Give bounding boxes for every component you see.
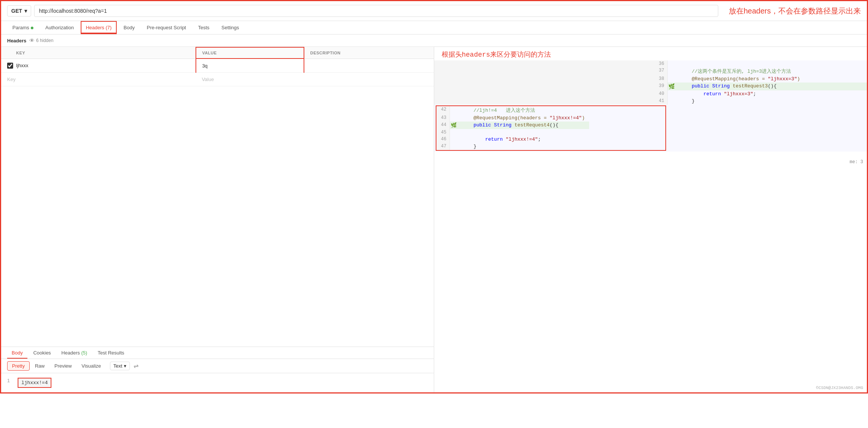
watermark: ©CSDN@JX23HANDS.OMG — [816, 386, 863, 390]
url-annotation: 放在headers，不会在参数路径显示出来 — [729, 6, 861, 16]
gutter-36 — [668, 60, 675, 67]
table-row: ljhxxx 3q — [1, 59, 434, 73]
tab-cookies[interactable]: Cookies — [29, 347, 56, 359]
row-checkbox[interactable] — [7, 63, 13, 69]
gutter-44: 🌿 — [450, 122, 457, 129]
view-row: Pretty Raw Preview Visualize Text ▾ ⇌ — [1, 359, 434, 373]
params-dot — [31, 27, 33, 29]
col-key: KEY — [1, 47, 196, 59]
value-cell[interactable]: 3q — [196, 59, 304, 73]
code-line-37: 37 //这两个条件是互斥的, ljh=3进入这个方法 — [434, 67, 867, 75]
value-placeholder-cell: Value — [196, 73, 304, 86]
method-chevron: ▾ — [24, 8, 27, 14]
code-line-42: 42 //ljh!=4 进入这个方法 — [436, 106, 590, 114]
code-line-47: 47 } — [436, 143, 590, 150]
code-line-39: 39 🌿 public String testRequest3(){ — [434, 83, 867, 90]
btn-visualize[interactable]: Visualize — [77, 362, 105, 370]
gutter-41 — [668, 98, 675, 105]
tab-settings[interactable]: Settings — [216, 21, 244, 34]
spacer — [1, 86, 434, 347]
tab-headers[interactable]: Headers (7) — [81, 21, 117, 34]
tab-authorization[interactable]: Authorization — [40, 21, 79, 34]
headers-label: Headers — [7, 38, 26, 44]
table-row-empty: Key Value — [1, 73, 434, 86]
tab-body[interactable]: Body — [118, 21, 140, 34]
col-description: DESCRIPTION — [304, 47, 434, 59]
gutter-40 — [668, 90, 675, 98]
code-line-36: 36 — [434, 60, 867, 67]
tab-tests[interactable]: Tests — [193, 21, 215, 34]
gutter-37 — [668, 67, 675, 75]
gutter-45 — [450, 129, 457, 136]
line-number-1: 1 — [7, 378, 15, 388]
gutter-42 — [450, 106, 457, 114]
code-editor: 36 37 //这两个条件是互斥的, ljh=3进入这个方法 38 @Reque… — [434, 60, 867, 152]
headers-count: (5) — [81, 350, 87, 356]
gutter-46 — [450, 136, 457, 143]
col-value: VALUE — [196, 47, 304, 59]
eye-icon: 👁 — [29, 38, 35, 44]
code-result: ljhxxx!=4 — [18, 378, 51, 388]
method-label: GET — [11, 8, 22, 14]
btn-pretty[interactable]: Pretty — [7, 361, 30, 371]
url-bar: GET ▾ 放在headers，不会在参数路径显示出来 — [1, 1, 867, 21]
format-chevron: ▾ — [124, 363, 126, 369]
code-lines: 36 37 //这两个条件是互斥的, ljh=3进入这个方法 38 @Reque… — [434, 60, 867, 152]
code-line-38: 38 @RequestMapping(headers = "ljhxxx=3") — [434, 75, 867, 83]
tab-response-headers[interactable]: Headers (5) — [57, 347, 92, 359]
request-tabs: Params Authorization Headers (7) Body Pr… — [1, 21, 867, 35]
key-value: ljhxxx — [16, 63, 29, 68]
tab-params[interactable]: Params — [7, 21, 39, 34]
format-button[interactable]: ⇌ — [134, 362, 138, 369]
tab-test-results[interactable]: Test Results — [93, 347, 129, 359]
main-split: KEY VALUE DESCRIPTION ljhxxx — [1, 47, 867, 392]
hidden-count: 6 hidden — [36, 38, 53, 43]
gutter-43 — [450, 114, 457, 122]
code-line-45: 45 — [436, 129, 590, 136]
side-note: me: 3 — [850, 159, 863, 165]
desc-cell — [304, 59, 434, 73]
gutter-47 — [450, 143, 457, 150]
tab-prerequest[interactable]: Pre-request Script — [141, 21, 191, 34]
tab-response-body[interactable]: Body — [7, 347, 27, 359]
right-panel: 根据头headers来区分要访问的方法 36 37 //这两个条件是互斥的, l… — [434, 47, 867, 392]
code-line-43: 43 @RequestMapping(headers = "ljhxxx!=4"… — [436, 114, 590, 122]
code-line-46: 46 return "ljhxxx!=4"; — [436, 136, 590, 143]
code-content: 1 ljhxxx!=4 — [1, 373, 434, 392]
highlighted-code-block: 42 //ljh!=4 进入这个方法 43 @RequestMapping(he… — [436, 105, 666, 151]
headers-subrow: Headers 👁 6 hidden — [1, 35, 867, 47]
btn-raw[interactable]: Raw — [30, 362, 49, 370]
method-select[interactable]: GET ▾ — [7, 5, 31, 17]
format-select[interactable]: Text ▾ — [110, 362, 130, 370]
gutter-39: 🌿 — [668, 83, 675, 90]
code-line-44: 44 🌿 public String testRequest4(){ — [436, 122, 590, 129]
left-panel: KEY VALUE DESCRIPTION ljhxxx — [1, 47, 434, 392]
headers-table: KEY VALUE DESCRIPTION ljhxxx — [1, 47, 434, 86]
hidden-badge[interactable]: 👁 6 hidden — [29, 38, 53, 44]
response-tabs: Body Cookies Headers (5) Test Results — [1, 347, 434, 359]
code-line-41: 41 } — [434, 98, 867, 105]
gutter-38 — [668, 75, 675, 83]
btn-preview[interactable]: Preview — [50, 362, 76, 370]
right-annotation: 根据头headers来区分要访问的方法 — [434, 47, 867, 60]
url-input[interactable] — [34, 5, 718, 17]
desc-placeholder-cell — [304, 73, 434, 86]
code-line-40: 40 return "ljhxxx=3"; — [434, 90, 867, 98]
format-label: Text — [113, 363, 122, 369]
key-placeholder: Key — [7, 77, 15, 82]
